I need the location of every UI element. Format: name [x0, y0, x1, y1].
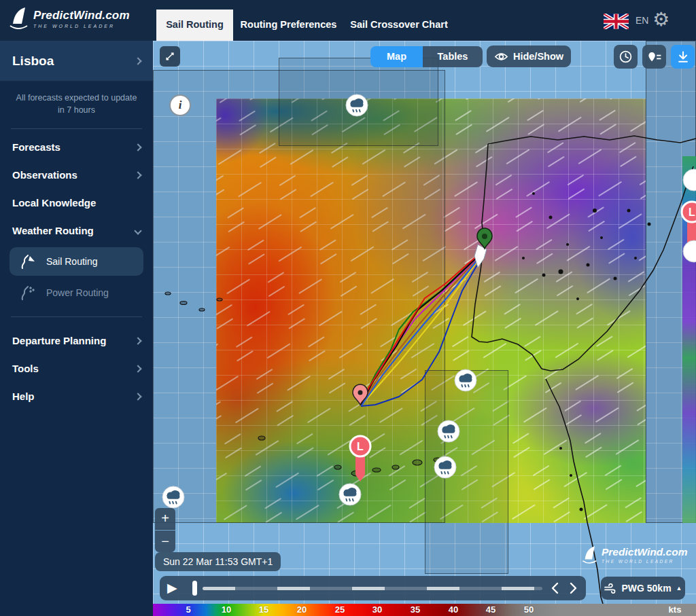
wind-icon: [604, 583, 616, 594]
legend-tick: 50: [524, 604, 534, 616]
eye-icon: [494, 52, 508, 62]
location-header[interactable]: Lisboa: [0, 41, 153, 81]
sail-routing-icon: [19, 254, 37, 269]
sidebar-item-weather-routing[interactable]: Weather Routing: [0, 217, 153, 244]
play-button[interactable]: ▶: [167, 580, 177, 596]
location-name: Lisboa: [12, 54, 54, 69]
step-forward-button[interactable]: [566, 581, 580, 596]
tab-sail-crossover-chart[interactable]: Sail Crossover Chart: [348, 10, 450, 41]
tables-view-button[interactable]: Tables: [423, 46, 483, 67]
time-slider-track[interactable]: [203, 587, 542, 590]
chevron-right-icon: [134, 393, 141, 400]
rain-warning-icon[interactable]: [162, 486, 184, 508]
sidebar-item-departure-planning[interactable]: Departure Planning: [0, 327, 153, 355]
low-pressure-marker-east: L: [682, 202, 696, 246]
view-toggle: Map Tables: [370, 46, 483, 67]
zoom-out-button[interactable]: −: [155, 530, 175, 552]
power-routing-icon: [19, 285, 37, 300]
rain-warning-icon[interactable]: [683, 169, 696, 191]
timestamp-badge: Sun 22 Mar 11:53 GMT+1: [155, 552, 281, 571]
chevron-right-icon: [134, 143, 141, 151]
rain-warning-icon[interactable]: [438, 420, 459, 442]
wind-speed-legend: 5 10 15 20 25 30 35 40 45 50 kts: [153, 604, 696, 616]
top-bar: PredictWind.com THE WORLD LEADER Sail Ro…: [0, 0, 696, 41]
map-view-button[interactable]: Map: [370, 46, 423, 67]
low-pressure-marker: L: [350, 436, 370, 482]
divider: [11, 316, 142, 317]
legend-tick: 45: [486, 604, 495, 616]
chevron-right-icon: [134, 171, 141, 179]
gear-icon[interactable]: ⚙: [652, 8, 669, 31]
logo-title: PredictWind.com: [33, 9, 130, 22]
fullscreen-button[interactable]: [160, 46, 180, 67]
sidebar-item-tools[interactable]: Tools: [0, 355, 153, 382]
rain-warning-icon[interactable]: [455, 369, 476, 391]
map-markers: L L: [153, 41, 696, 604]
model-label: PWG 50km: [621, 583, 671, 594]
predictwind-app: PredictWind.com THE WORLD LEADER Sail Ro…: [0, 0, 696, 616]
sidebar-item-help[interactable]: Help: [0, 382, 153, 410]
rain-warning-icon[interactable]: [683, 240, 696, 262]
sidebar-item-power-routing[interactable]: Power Routing: [10, 278, 143, 307]
sail-logo-icon: [8, 6, 29, 31]
chevron-right-icon: [134, 365, 141, 372]
clock-icon: [619, 50, 633, 64]
legend-tick: 5: [186, 604, 190, 616]
legend-tick: 30: [372, 604, 382, 616]
rain-warning-icon[interactable]: [339, 484, 361, 505]
sidebar-item-local-knowledge[interactable]: Local Knowledge: [0, 189, 153, 217]
sidebar-item-forecasts[interactable]: Forecasts: [0, 133, 153, 161]
predictwind-logo[interactable]: PredictWind.com THE WORLD LEADER: [8, 6, 130, 31]
rain-warning-icon[interactable]: [346, 94, 368, 116]
sidebar-item-sail-routing[interactable]: Sail Routing: [10, 247, 143, 276]
destination-pin[interactable]: [353, 384, 368, 405]
chevron-right-icon: [134, 337, 141, 344]
low-pressure-label: L: [689, 206, 695, 218]
predictwind-watermark: PredictWind.com THE WORLD LEADER: [581, 545, 687, 565]
legend-tick: 25: [335, 604, 345, 616]
uk-flag-icon[interactable]: [604, 14, 629, 29]
legend-tick: 20: [297, 604, 307, 616]
legend-unit: kts: [669, 604, 682, 616]
low-pressure-label: L: [357, 441, 364, 452]
step-back-button[interactable]: [549, 581, 562, 596]
chevron-down-icon: [134, 227, 141, 234]
download-icon: [676, 50, 690, 64]
tab-routing-preferences[interactable]: Routing Preferences: [239, 10, 338, 41]
legend-tick: 35: [411, 604, 420, 616]
forecast-update-notice: All forecasts expected to update in 7 ho…: [0, 81, 153, 124]
legend-tick: 40: [449, 604, 458, 616]
legend-tick: 15: [259, 604, 268, 616]
zoom-in-button[interactable]: +: [155, 508, 175, 530]
language-selector[interactable]: EN: [636, 15, 648, 26]
timeline-bar: ▶: [160, 576, 586, 600]
watermark-title: PredictWind.com: [602, 546, 687, 558]
model-selector[interactable]: PWG 50km ▲: [601, 577, 685, 600]
download-button[interactable]: [671, 45, 695, 69]
divider: [11, 128, 142, 129]
chevron-right-icon: [134, 57, 141, 65]
time-slider-handle[interactable]: [192, 581, 197, 596]
pin-list-icon: [647, 50, 662, 64]
sail-logo-icon: [581, 545, 597, 565]
time-settings-button[interactable]: [614, 45, 638, 69]
hide-show-button[interactable]: Hide/Show: [487, 46, 571, 67]
watermark-tagline: THE WORLD LEADER: [602, 559, 687, 564]
legend-tick: 10: [222, 604, 231, 616]
tab-sail-routing[interactable]: Sail Routing: [156, 10, 233, 41]
logo-tagline: THE WORLD LEADER: [33, 24, 130, 29]
info-icon[interactable]: i: [169, 94, 191, 116]
caret-up-icon: ▲: [676, 585, 682, 592]
sidebar: Lisboa All forecasts expected to update …: [0, 41, 153, 616]
rain-warning-icon[interactable]: [434, 456, 456, 478]
weather-map[interactable]: L L i Map Tables: [153, 41, 696, 604]
expand-icon: [164, 50, 176, 62]
sidebar-item-observations[interactable]: Observations: [0, 161, 153, 189]
waypoint-list-button[interactable]: [642, 45, 666, 69]
